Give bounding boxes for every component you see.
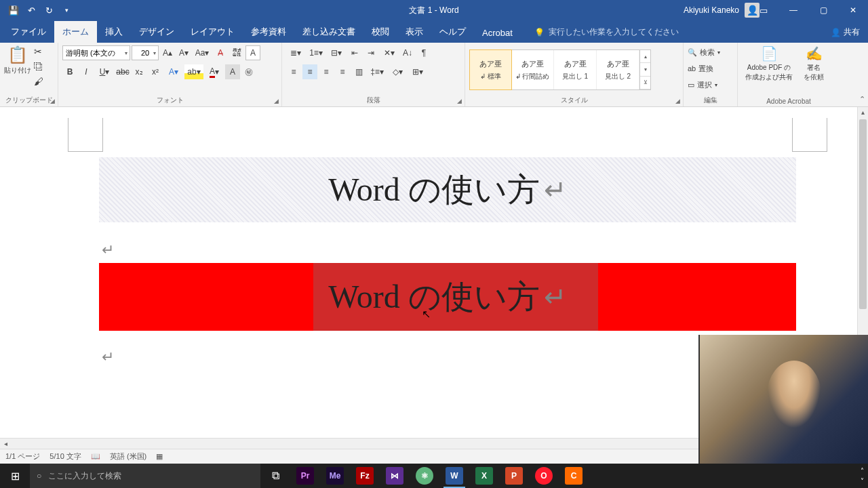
borders-icon[interactable]: ⊞▾ — [408, 64, 427, 79]
tray-down-icon[interactable]: ˅ — [861, 477, 864, 485]
format-painter-icon[interactable]: 🖌 — [34, 75, 43, 87]
align-left-icon[interactable]: ≡ — [286, 64, 301, 79]
tab-design[interactable]: デザイン — [131, 21, 182, 43]
gallery-down-icon[interactable]: ▾ — [640, 63, 650, 76]
tab-acrobat[interactable]: Acrobat — [474, 23, 521, 43]
collapse-ribbon-icon[interactable]: ⌃ — [859, 95, 865, 104]
text-effects-icon[interactable]: A▾ — [164, 64, 183, 79]
bold-button[interactable]: B — [62, 64, 77, 79]
scroll-thumb[interactable] — [859, 119, 867, 309]
style-nospace[interactable]: あア亜↲ 行間詰め — [511, 50, 554, 89]
subscript-button[interactable]: x₂ — [132, 64, 146, 79]
show-marks-icon[interactable]: ¶ — [416, 45, 431, 60]
font-name-dropdown[interactable]: 游明朝 (本文の▾ — [62, 45, 130, 60]
create-pdf-button[interactable]: 📄Adobe PDF の 作成および共有 — [742, 45, 796, 96]
font-launcher-icon[interactable]: ◢ — [272, 97, 280, 105]
taskbar-search[interactable]: ○ ここに入力して検索 — [30, 464, 260, 488]
select-button[interactable]: ▭選択▾ — [688, 78, 720, 92]
tab-home[interactable]: ホーム — [54, 21, 97, 43]
gallery-more-icon[interactable]: ⊻ — [640, 77, 650, 89]
start-button[interactable]: ⊞ — [0, 464, 30, 488]
copy-icon[interactable]: ⿻ — [34, 60, 43, 73]
tab-references[interactable]: 参考資料 — [243, 21, 294, 43]
undo-icon[interactable]: ↶ — [23, 2, 39, 18]
minimize-button[interactable]: — — [778, 0, 808, 20]
phonetic-guide-icon[interactable]: ㍿ — [229, 45, 244, 60]
enclose-characters-icon[interactable]: ㊙ — [241, 64, 256, 79]
taskbar-app-mediaencoder[interactable]: Me — [320, 464, 350, 488]
asian-layout-icon[interactable]: ✕▾ — [380, 45, 399, 60]
character-shading-icon[interactable]: A — [225, 64, 240, 79]
share-button[interactable]: 👤 共有 — [831, 26, 860, 43]
character-border-icon[interactable]: A — [245, 45, 260, 60]
page-count[interactable]: 1/1 ページ — [5, 451, 40, 462]
scroll-up-icon[interactable]: ▴ — [858, 107, 868, 118]
language-status[interactable]: 英語 (米国) — [110, 451, 146, 462]
decrease-font-icon[interactable]: A▾ — [176, 45, 191, 60]
change-case-icon[interactable]: Aa▾ — [193, 45, 212, 60]
ribbon-display-icon[interactable]: ▭ — [749, 0, 778, 20]
underline-button[interactable]: U▾ — [95, 64, 114, 79]
numbering-icon[interactable]: 1≡▾ — [307, 45, 326, 60]
font-color-icon[interactable]: A▾ — [205, 64, 224, 79]
gallery-up-icon[interactable]: ▴ — [640, 50, 650, 63]
style-heading2[interactable]: あア亜見出し 2 — [597, 50, 639, 89]
tab-view[interactable]: 表示 — [397, 21, 431, 43]
replace-button[interactable]: ab置換 — [688, 62, 720, 75]
taskbar-app-word[interactable]: W — [439, 464, 469, 488]
cut-icon[interactable]: ✂ — [34, 45, 43, 58]
tab-review[interactable]: 校閲 — [363, 21, 397, 43]
request-sign-button[interactable]: ✍署名 を依頼 — [799, 45, 829, 96]
strikethrough-button[interactable]: abc — [115, 64, 130, 79]
bullets-icon[interactable]: ≣▾ — [286, 45, 305, 60]
shading-icon[interactable]: ◇▾ — [388, 64, 407, 79]
taskbar-app-visualstudio[interactable]: ⋈ — [380, 464, 410, 488]
taskbar-app-camtasia[interactable]: C — [559, 464, 589, 488]
tab-file[interactable]: ファイル — [3, 21, 54, 43]
taskbar-app-atom[interactable]: ⚛ — [410, 464, 439, 488]
taskbar-app-excel[interactable]: X — [469, 464, 499, 488]
styles-launcher-icon[interactable]: ◢ — [673, 97, 682, 105]
increase-font-icon[interactable]: A▴ — [160, 45, 175, 60]
tray-up-icon[interactable]: ˄ — [861, 467, 864, 474]
align-right-icon[interactable]: ≡ — [319, 64, 334, 79]
justify-icon[interactable]: ≡ — [335, 64, 350, 79]
task-view-icon[interactable]: ⧉ — [260, 464, 290, 488]
style-normal[interactable]: あア亜↲ 標準 — [469, 49, 512, 90]
line-spacing-icon[interactable]: ‡≡▾ — [368, 64, 387, 79]
taskbar-app-powerpoint[interactable]: P — [499, 464, 529, 488]
macro-icon[interactable]: ▦ — [156, 452, 163, 461]
tab-help[interactable]: ヘルプ — [431, 21, 474, 43]
italic-button[interactable]: I — [79, 64, 94, 79]
save-icon[interactable]: 💾 — [5, 2, 22, 18]
redo-icon[interactable]: ↻ — [41, 2, 57, 18]
close-button[interactable]: ✕ — [838, 0, 868, 20]
superscript-button[interactable]: x² — [148, 64, 163, 79]
decrease-indent-icon[interactable]: ⇤ — [347, 45, 362, 60]
system-tray[interactable]: ˄ ˅ — [861, 467, 864, 485]
paragraph-block-1[interactable]: Word の使い方↵ — [99, 157, 796, 222]
taskbar-app-opera[interactable]: O — [529, 464, 559, 488]
taskbar-app-premiere[interactable]: Pr — [290, 464, 320, 488]
taskbar-app-filezilla[interactable]: Fz — [350, 464, 380, 488]
clipboard-launcher-icon[interactable]: ◢ — [48, 97, 56, 105]
highlight-icon[interactable]: ab▾ — [184, 64, 203, 79]
spellcheck-icon[interactable]: 📖 — [91, 452, 100, 461]
paste-button[interactable]: 📋 貼り付け — [4, 45, 31, 75]
style-heading1[interactable]: あア亜見出し 1 — [554, 50, 597, 89]
multilevel-list-icon[interactable]: ⊟▾ — [327, 45, 346, 60]
distributed-icon[interactable]: ▥ — [351, 64, 366, 79]
tell-me-search[interactable]: 💡 実行したい作業を入力してください — [534, 26, 679, 43]
maximize-button[interactable]: ▢ — [808, 0, 838, 20]
tab-insert[interactable]: 挿入 — [97, 21, 131, 43]
tab-layout[interactable]: レイアウト — [182, 21, 243, 43]
qat-dropdown-icon[interactable]: ▾ — [58, 2, 75, 18]
tab-mailings[interactable]: 差し込み文書 — [294, 21, 363, 43]
align-center-icon[interactable]: ≡ — [302, 64, 317, 79]
paragraph-launcher-icon[interactable]: ◢ — [455, 97, 463, 105]
sort-icon[interactable]: A↓ — [400, 45, 415, 60]
increase-indent-icon[interactable]: ⇥ — [363, 45, 378, 60]
find-button[interactable]: 🔍検索▾ — [688, 45, 720, 59]
scroll-left-icon[interactable]: ◂ — [0, 440, 11, 447]
clear-formatting-icon[interactable]: A̶ — [213, 45, 228, 60]
